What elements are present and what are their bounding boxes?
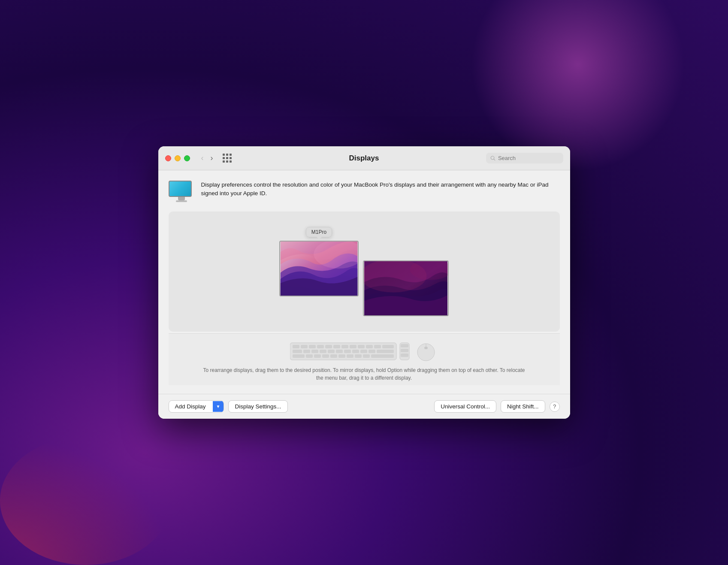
svg-rect-21 [303,350,310,353]
nav-buttons: ‹ › [199,153,216,163]
window-title: Displays [349,154,379,163]
primary-display-wrapper: M1Pro [279,227,359,296]
monitor-body [169,181,192,197]
keyboard-mouse-icons [290,341,438,362]
grid-dot [230,160,232,163]
display-icon [169,181,194,203]
grid-view-button[interactable] [223,154,232,163]
svg-line-1 [494,159,495,160]
svg-rect-31 [293,354,305,358]
back-button[interactable]: ‹ [199,153,206,163]
svg-rect-22 [311,350,318,353]
svg-rect-33 [314,354,321,358]
peripherals-area: To rearrange displays, drag them to the … [169,333,560,385]
search-bar[interactable] [486,153,563,163]
maximize-button[interactable] [184,155,190,161]
grid-dot [223,157,225,159]
svg-rect-18 [374,345,381,348]
keyboard-icon [290,341,410,362]
svg-rect-40 [371,354,394,358]
svg-rect-13 [333,345,340,348]
svg-rect-24 [328,350,335,353]
close-button[interactable] [165,155,171,161]
svg-rect-42 [401,344,408,347]
svg-rect-32 [306,354,313,358]
svg-rect-15 [350,345,356,348]
content-area: Display preferences control the resoluti… [158,170,570,394]
system-preferences-window: ‹ › Displays [158,146,570,419]
display-settings-button[interactable]: Display Settings... [228,400,287,413]
svg-rect-9 [301,345,308,348]
svg-rect-34 [322,354,329,358]
svg-rect-38 [355,354,362,358]
minimize-button[interactable] [175,155,181,161]
add-display-chevron[interactable]: ▼ [213,401,224,412]
bottom-bar: Add Display ▼ Display Settings... Univer… [158,394,570,419]
svg-rect-28 [360,350,367,353]
traffic-lights [165,155,190,161]
monitor-base [176,200,187,202]
display-container: M1Pro [279,227,449,316]
svg-rect-25 [336,350,343,353]
display-tooltip: M1Pro [306,227,332,237]
svg-rect-19 [382,345,394,348]
svg-point-46 [424,347,428,349]
svg-rect-20 [293,350,302,353]
svg-rect-36 [338,354,345,358]
description-section: Display preferences control the resoluti… [169,181,560,203]
svg-rect-23 [320,350,326,353]
night-shift-button[interactable]: Night Shift... [501,400,545,413]
svg-rect-8 [293,345,299,348]
monitor-stand [178,197,185,200]
svg-rect-11 [317,345,324,348]
instructions-text: To rearrange displays, drag them to the … [203,366,525,382]
grid-dot [230,157,232,159]
svg-rect-43 [401,349,408,352]
mouse-icon [414,342,438,361]
universal-control-button[interactable]: Universal Control... [434,400,496,413]
svg-rect-30 [377,350,394,353]
grid-dot [230,154,232,156]
search-input[interactable] [498,155,559,161]
add-display-label[interactable]: Add Display [169,401,210,412]
add-display-button[interactable]: Add Display ▼ [169,400,224,413]
titlebar: ‹ › Displays [158,146,570,170]
grid-dot [226,160,228,163]
svg-rect-14 [341,345,348,348]
svg-rect-12 [325,345,332,348]
grid-dot [226,157,228,159]
svg-rect-29 [369,350,375,353]
svg-rect-37 [347,354,353,358]
forward-button[interactable]: › [208,153,216,163]
svg-rect-44 [401,354,408,357]
description-text: Display preferences control the resoluti… [201,181,560,198]
help-button[interactable]: ? [550,402,560,412]
secondary-display-wrapper [363,227,449,316]
svg-rect-27 [352,350,359,353]
svg-rect-35 [330,354,337,358]
svg-rect-16 [358,345,365,348]
primary-display-screen[interactable] [279,241,359,296]
grid-dot [226,154,228,156]
search-icon [490,155,495,161]
svg-rect-26 [344,350,351,353]
svg-rect-10 [309,345,316,348]
svg-rect-39 [363,354,370,358]
secondary-display-screen[interactable] [363,260,449,316]
grid-dot [223,160,225,163]
svg-rect-17 [366,345,373,348]
grid-dot [223,154,225,156]
display-arrangement-box[interactable]: M1Pro [169,211,560,332]
